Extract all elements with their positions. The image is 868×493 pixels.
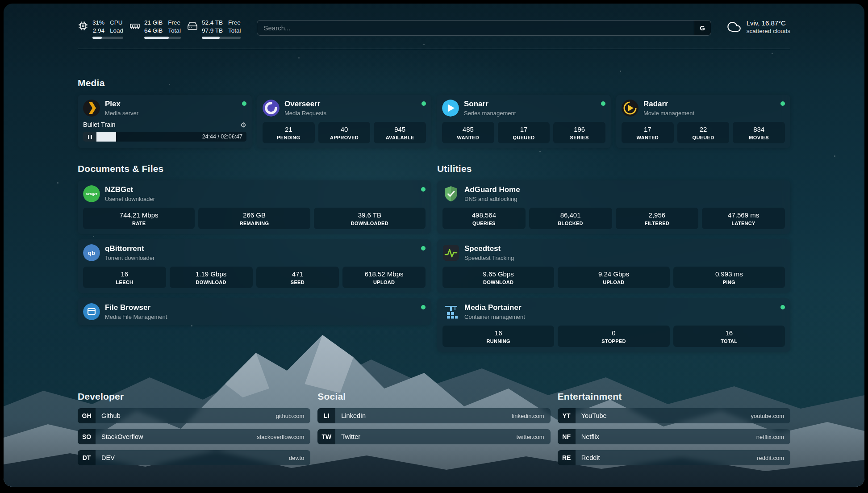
service-card-nzbget[interactable]: nzbget NZBGet Usenet downloader 744.21 M… bbox=[78, 180, 431, 234]
service-card-speedtest[interactable]: Speedtest Speedtest Tracking 9.65 Gbps D… bbox=[437, 239, 790, 293]
bookmark-abbr: RE bbox=[558, 450, 576, 465]
bookmark-group-developer: Developer GH Github github.com SO StackO… bbox=[78, 391, 310, 471]
search-input[interactable] bbox=[257, 21, 693, 35]
disk-usage-bar-fill bbox=[202, 37, 220, 39]
bookmark-group-social: Social LI LinkedIn linkedin.com TW Twitt… bbox=[317, 391, 550, 471]
status-dot bbox=[242, 101, 246, 106]
section-media: Media Plex Media server bbox=[78, 78, 790, 148]
bookmark-abbr: DT bbox=[78, 450, 96, 465]
stat-label: QUERIES bbox=[444, 221, 524, 226]
stat-leech: 16 LEECH bbox=[83, 267, 166, 288]
stat-label: QUEUED bbox=[679, 135, 728, 140]
section-title-utilities: Utilities bbox=[437, 163, 790, 174]
service-name: File Browser bbox=[105, 303, 167, 312]
section-title-documents: Documents & Files bbox=[78, 163, 431, 174]
bookmark-github[interactable]: GH Github github.com bbox=[78, 408, 310, 423]
service-card-filebrowser[interactable]: File Browser Media File Management bbox=[78, 298, 431, 325]
stat-label: LATENCY bbox=[704, 221, 783, 226]
cloud-icon bbox=[726, 20, 742, 33]
settings-icon[interactable]: ⚙ bbox=[241, 121, 246, 128]
stat-seed: 471 SEED bbox=[256, 267, 339, 288]
service-card-adguard[interactable]: AdGuard Home DNS and adblocking 498,564 … bbox=[437, 180, 790, 234]
bookmark-abbr: GH bbox=[78, 408, 96, 423]
stat-queued: 22 QUEUED bbox=[677, 122, 730, 143]
stat-value: 266 GB bbox=[200, 211, 308, 219]
stat-label: DOWNLOADED bbox=[316, 221, 424, 226]
service-subtitle: Media File Management bbox=[105, 313, 167, 320]
section-title-developer: Developer bbox=[78, 391, 310, 402]
stat-label: FILTERED bbox=[618, 221, 697, 226]
pause-button[interactable] bbox=[83, 132, 96, 142]
stat-value: 39.6 TB bbox=[316, 211, 424, 219]
cpu-widget-body: 31% 2.94 CPU Load bbox=[92, 19, 123, 39]
service-card-overseerr[interactable]: Overseerr Media Requests 21 PENDING 40 A… bbox=[257, 95, 431, 148]
service-card-sonarr[interactable]: Sonarr Series management 485 WANTED 17 Q… bbox=[437, 95, 611, 148]
memory-usage-bar bbox=[144, 37, 181, 39]
player-strip: 24:44 / 02:06:47 bbox=[83, 132, 246, 142]
memory-free-label: Free bbox=[168, 19, 181, 27]
section-utilities: Utilities AdGuard Home bbox=[437, 163, 790, 357]
filebrowser-icon bbox=[83, 303, 100, 320]
bookmark-url: netflix.com bbox=[756, 434, 790, 440]
adguard-icon bbox=[442, 185, 459, 202]
bookmark-abbr: TW bbox=[317, 429, 335, 444]
memory-icon bbox=[129, 21, 140, 31]
service-card-portainer[interactable]: Media Portainer Container management 16 … bbox=[437, 298, 790, 352]
bookmark-group-entertainment: Entertainment YT YouTube youtube.com NF … bbox=[558, 391, 790, 471]
stat-label: UPLOAD bbox=[344, 280, 424, 285]
bookmark-linkedin[interactable]: LI LinkedIn linkedin.com bbox=[317, 408, 550, 423]
status-dot bbox=[421, 305, 426, 309]
sonarr-icon bbox=[442, 100, 459, 117]
player-progress[interactable] bbox=[96, 132, 198, 142]
stat-available: 945 AVAILABLE bbox=[374, 122, 426, 143]
bookmark-twitter[interactable]: TW Twitter twitter.com bbox=[317, 429, 550, 444]
service-name: Speedtest bbox=[464, 244, 514, 253]
stat-stopped: 0 STOPPED bbox=[558, 326, 669, 347]
stat-queued: 17 QUEUED bbox=[498, 122, 550, 143]
stat-wanted: 17 WANTED bbox=[622, 122, 674, 143]
disk-icon bbox=[187, 21, 198, 31]
stat-ping: 0.993 ms PING bbox=[673, 267, 785, 288]
bookmark-reddit[interactable]: RE Reddit reddit.com bbox=[558, 450, 790, 465]
stat-value: 16 bbox=[85, 270, 164, 278]
stat-value: 498,564 bbox=[444, 211, 524, 219]
bookmark-name: LinkedIn bbox=[335, 412, 366, 419]
stat-upload: 618.52 Mbps UPLOAD bbox=[342, 267, 426, 288]
cpu-usage-label: CPU bbox=[110, 19, 123, 27]
bookmark-netflix[interactable]: NF Netflix netflix.com bbox=[558, 429, 790, 444]
service-name: Media Portainer bbox=[464, 303, 525, 312]
disk-free-value: 52.4 TB bbox=[202, 19, 223, 27]
section-documents: Documents & Files nzbget NZBGet Usenet d bbox=[78, 163, 431, 357]
player-time: 24:44 / 02:06:47 bbox=[198, 134, 246, 140]
service-card-radarr[interactable]: Radarr Movie management 17 WANTED 22 QUE… bbox=[616, 95, 790, 148]
stat-wanted: 485 WANTED bbox=[442, 122, 494, 143]
stat-label: UPLOAD bbox=[559, 280, 668, 285]
disk-usage-bar bbox=[202, 37, 241, 39]
bookmark-abbr: LI bbox=[317, 408, 335, 423]
stat-value: 834 bbox=[734, 125, 783, 133]
bookmark-dev[interactable]: DT DEV dev.to bbox=[78, 450, 310, 465]
bookmark-stackoverflow[interactable]: SO StackOverflow stackoverflow.com bbox=[78, 429, 310, 444]
search-provider-button[interactable]: G bbox=[694, 21, 711, 35]
bookmark-url: twitter.com bbox=[517, 434, 551, 440]
service-subtitle: Movie management bbox=[643, 110, 694, 117]
stat-label: DOWNLOAD bbox=[444, 280, 552, 285]
bookmark-url: linkedin.com bbox=[512, 413, 550, 419]
now-playing-title: Bullet Train bbox=[83, 121, 116, 128]
bookmark-abbr: YT bbox=[558, 408, 576, 423]
dashboard-content: 31% 2.94 CPU Load bbox=[4, 4, 864, 487]
service-card-qbittorrent[interactable]: qb qBittorrent Torrent downloader 16 LEE… bbox=[78, 239, 431, 293]
bookmark-name: DEV bbox=[96, 454, 115, 461]
stat-label: PENDING bbox=[264, 135, 313, 140]
stat-filtered: 2,956 FILTERED bbox=[616, 208, 699, 229]
stat-label: QUEUED bbox=[500, 135, 548, 140]
memory-total-label: Total bbox=[168, 27, 181, 35]
stat-value: 47.569 ms bbox=[704, 211, 783, 219]
status-dot bbox=[601, 101, 605, 106]
stat-label: LEECH bbox=[85, 280, 164, 285]
service-card-plex[interactable]: Plex Media server Bullet Train ⚙ bbox=[78, 95, 252, 148]
header-divider bbox=[78, 49, 790, 49]
cpu-usage-value: 31% bbox=[92, 19, 104, 27]
plex-icon bbox=[83, 100, 100, 117]
bookmark-youtube[interactable]: YT YouTube youtube.com bbox=[558, 408, 790, 423]
